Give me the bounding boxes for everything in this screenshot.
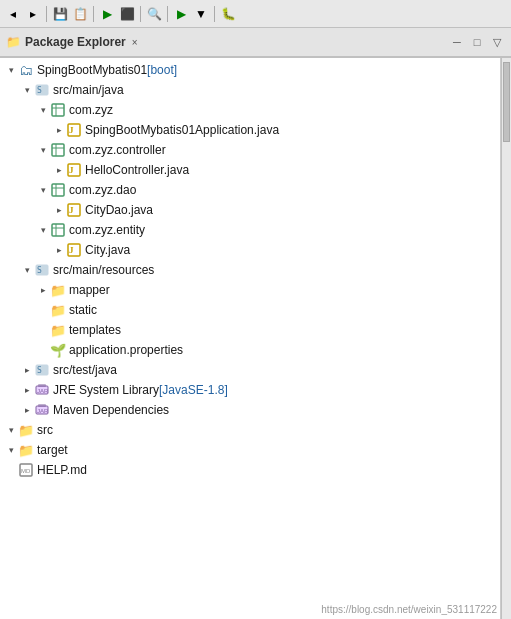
svg-text:JAR: JAR	[37, 388, 49, 394]
toolbar-search[interactable]: 🔍	[145, 5, 163, 23]
package-icon	[50, 142, 66, 158]
tree-item-mapper[interactable]: ▸📁mapper	[0, 280, 500, 300]
toolbar-separator-4	[167, 6, 168, 22]
tree-item-label: com.zyz.controller	[69, 143, 166, 157]
tree-item-application-properties[interactable]: 🌱application.properties	[0, 340, 500, 360]
panel-close-button[interactable]: ×	[130, 37, 140, 48]
svg-text:MD: MD	[21, 468, 31, 474]
toolbar-separator-2	[93, 6, 94, 22]
toolbar-back[interactable]: ◂	[4, 5, 22, 23]
tree-toggle[interactable]: ▾	[36, 103, 50, 117]
tree-toggle[interactable]: ▾	[36, 223, 50, 237]
toolbar-run-debug[interactable]: ▶	[98, 5, 116, 23]
class-icon: J	[66, 242, 82, 258]
md-icon: MD	[18, 462, 34, 478]
toolbar-separator-5	[214, 6, 215, 22]
tree-toggle[interactable]: ▸	[52, 163, 66, 177]
tree-item-com-zyz[interactable]: ▾ com.zyz	[0, 100, 500, 120]
panel-minimize-button[interactable]: ─	[449, 34, 465, 50]
tree-toggle[interactable]: ▾	[4, 443, 18, 457]
tree-toggle[interactable]: ▸	[20, 403, 34, 417]
toolbar-run2[interactable]: ⬛	[118, 5, 136, 23]
main-toolbar: ◂ ▸ 💾 📋 ▶ ⬛ 🔍 ▶ ▼ 🐛	[0, 0, 511, 28]
tree-toggle[interactable]: ▾	[20, 263, 34, 277]
tree-toggle[interactable]: ▸	[52, 123, 66, 137]
package-icon	[50, 222, 66, 238]
tree-item-label: JRE System Library	[53, 383, 159, 397]
vertical-scrollbar[interactable]	[501, 58, 511, 619]
package-explorer-tree[interactable]: ▾🗂SpingBootMybatis01 [boot]▾ S src/main/…	[0, 58, 501, 619]
toolbar-copy[interactable]: 📋	[71, 5, 89, 23]
project-icon: 🗂	[18, 62, 34, 78]
tree-item-springboot-app[interactable]: ▸ J SpingBootMybatis01Application.java	[0, 120, 500, 140]
svg-text:S: S	[37, 266, 42, 275]
tree-item-src-main-resources[interactable]: ▾ S src/main/resources	[0, 260, 500, 280]
svg-rect-12	[52, 184, 64, 196]
tree-item-label: HelloController.java	[85, 163, 189, 177]
class-icon: J	[66, 162, 82, 178]
tree-toggle[interactable]: ▾	[4, 63, 18, 77]
class-icon: J	[66, 202, 82, 218]
tree-toggle[interactable]: ▾	[4, 423, 18, 437]
properties-icon: 🌱	[50, 342, 66, 358]
folder-icon: 📁	[50, 302, 66, 318]
panel-title-area: 📁 Package Explorer ×	[6, 35, 140, 49]
tree-toggle[interactable]: ▸	[52, 203, 66, 217]
toolbar-save[interactable]: 💾	[51, 5, 69, 23]
tree-item-src-main-java[interactable]: ▾ S src/main/java	[0, 80, 500, 100]
panel-maximize-button[interactable]: □	[469, 34, 485, 50]
tree-item-hello-controller[interactable]: ▸ J HelloController.java	[0, 160, 500, 180]
svg-rect-2	[52, 104, 64, 116]
panel-header: 📁 Package Explorer × ─ □ ▽	[0, 28, 511, 58]
toolbar-dropdown[interactable]: ▼	[192, 5, 210, 23]
tree-toggle[interactable]: ▸	[20, 383, 34, 397]
class-icon: J	[66, 122, 82, 138]
svg-text:S: S	[37, 366, 42, 375]
tree-toggle[interactable]: ▸	[36, 283, 50, 297]
toolbar-bug-red[interactable]: 🐛	[219, 5, 237, 23]
folder-icon: 📁	[18, 442, 34, 458]
toolbar-separator-1	[46, 6, 47, 22]
tree-toggle[interactable]: ▾	[36, 143, 50, 157]
folder-icon: 📁	[50, 322, 66, 338]
toolbar-separator-3	[140, 6, 141, 22]
svg-rect-17	[52, 224, 64, 236]
folder-icon: 📁	[18, 422, 34, 438]
tree-item-label: target	[37, 443, 68, 457]
tree-item-city-java[interactable]: ▸ J City.java	[0, 240, 500, 260]
tree-item-label: com.zyz.dao	[69, 183, 136, 197]
tree-item-templates[interactable]: 📁templates	[0, 320, 500, 340]
tree-item-label: static	[69, 303, 97, 317]
tree-toggle[interactable]: ▾	[36, 183, 50, 197]
tree-item-src-test-java[interactable]: ▸ S src/test/java	[0, 360, 500, 380]
folder-icon: 📁	[50, 282, 66, 298]
tree-toggle	[4, 463, 18, 477]
tree-item-suffix: [JavaSE-1.8]	[159, 383, 228, 397]
tree-item-static[interactable]: 📁static	[0, 300, 500, 320]
tree-item-com-zyz-controller[interactable]: ▾ com.zyz.controller	[0, 140, 500, 160]
tree-item-label: application.properties	[69, 343, 183, 357]
tree-item-label: City.java	[85, 243, 130, 257]
tree-item-maven-dependencies[interactable]: ▸ JAR Maven Dependencies	[0, 400, 500, 420]
tree-toggle[interactable]: ▸	[52, 243, 66, 257]
scrollbar-thumb[interactable]	[503, 62, 510, 142]
tree-item-target[interactable]: ▾📁target	[0, 440, 500, 460]
tree-item-com-zyz-dao[interactable]: ▾ com.zyz.dao	[0, 180, 500, 200]
tree-item-label: src	[37, 423, 53, 437]
toolbar-run-green[interactable]: ▶	[172, 5, 190, 23]
tree-toggle[interactable]: ▾	[20, 83, 34, 97]
tree-item-com-zyz-entity[interactable]: ▾ com.zyz.entity	[0, 220, 500, 240]
tree-toggle[interactable]: ▸	[20, 363, 34, 377]
tree-item-label: mapper	[69, 283, 110, 297]
tree-item-help-md[interactable]: MD HELP.md	[0, 460, 500, 480]
panel-menu-button[interactable]: ▽	[489, 34, 505, 50]
tree-toggle	[36, 343, 50, 357]
tree-item-src[interactable]: ▾📁src	[0, 420, 500, 440]
toolbar-forward[interactable]: ▸	[24, 5, 42, 23]
tree-item-project[interactable]: ▾🗂SpingBootMybatis01 [boot]	[0, 60, 500, 80]
tree-item-label: SpingBootMybatis01	[37, 63, 147, 77]
tree-item-city-dao[interactable]: ▸ J CityDao.java	[0, 200, 500, 220]
source-icon: S	[34, 82, 50, 98]
tree-item-jre-system[interactable]: ▸ JAR JRE System Library [JavaSE-1.8]	[0, 380, 500, 400]
svg-text:J: J	[69, 205, 74, 215]
